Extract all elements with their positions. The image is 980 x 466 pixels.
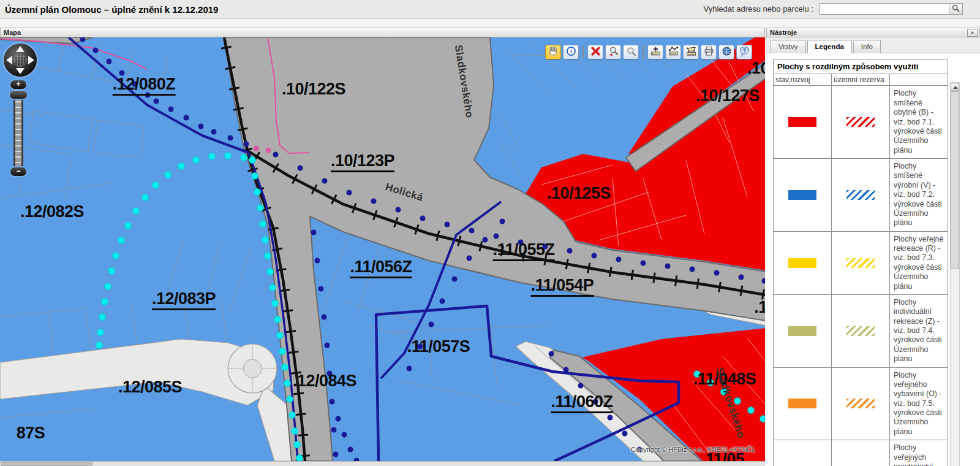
legend-swatch-solid — [788, 326, 816, 336]
page-title: Územní plán Olomouc – úplné znění k 12.1… — [5, 4, 218, 15]
legend-row: Plochy smíšené obytné (B) - viz. bod 7.1… — [774, 86, 948, 159]
measure-line-button[interactable] — [665, 45, 681, 59]
map-panel-header: Mapa — [0, 28, 765, 37]
search-input[interactable] — [820, 3, 949, 15]
legend-row-label: Plochy veřejné rekreace (R) - viz. bod 7… — [890, 231, 948, 294]
legend-row-label: Plochy veřejného vybavení (O) - viz. bod… — [890, 367, 948, 440]
legend-swatch-solid — [788, 399, 816, 408]
search-button[interactable] — [949, 3, 963, 15]
legend-row: Plochy veřejné rekreace (R) - viz. bod 7… — [774, 231, 948, 294]
pan-north-arrow[interactable] — [16, 46, 24, 52]
info-button[interactable]: i — [563, 45, 579, 59]
tools-panel-title: Nástroje — [770, 29, 797, 36]
magnifier-icon — [952, 4, 960, 15]
help-icon: ? — [739, 46, 750, 59]
legend-swatch-hatched — [846, 258, 875, 268]
tools-panel: Nástroje » VrstvyLegendaInfo Plochy s ro… — [766, 28, 980, 466]
pan-west-arrow[interactable] — [6, 56, 12, 64]
legend-scrollbar-thumb[interactable] — [951, 91, 959, 269]
toolbar-separator — [582, 45, 584, 59]
legend-swatch-solid — [788, 258, 816, 268]
zoom-out-button[interactable]: − — [10, 167, 26, 176]
toolbar-separator — [643, 45, 644, 59]
svg-text:i: i — [570, 48, 572, 55]
measure-area-button[interactable] — [683, 45, 699, 59]
pan-zoom-control: + − — [4, 44, 40, 176]
map-horizontal-scrollbar[interactable] — [0, 461, 765, 466]
zoom-in-button[interactable]: + — [10, 80, 26, 89]
clear-button[interactable] — [587, 45, 603, 59]
map-toolbar: i? — [545, 45, 752, 59]
legend-title: Plochy s rozdílným způsobem využití — [774, 59, 948, 74]
magnifier-forward-icon — [626, 46, 636, 59]
legend-row: Plochy veřejných prostranství (P) - viz.… — [774, 440, 948, 466]
red-x-icon — [590, 46, 601, 59]
map-hscroll-thumb[interactable] — [1, 462, 92, 466]
legend-table: Plochy s rozdílným způsobem využití stav… — [773, 59, 948, 466]
hand-icon — [548, 46, 559, 59]
legend-scrollbar[interactable] — [950, 82, 960, 466]
legend-row: Plochy veřejného vybavení (O) - viz. bod… — [774, 367, 948, 440]
pan-compass — [4, 44, 37, 77]
measure-line-icon — [668, 46, 679, 59]
tools-panel-header: Nástroje » — [766, 28, 980, 37]
search-label: Vyhledat adresu nebo parcelu : — [704, 4, 813, 13]
legend-row: Plochy smíšené výrobní (V) - viz. bod 7.… — [774, 159, 948, 232]
app-window: Územní plán Olomouc – úplné znění k 12.1… — [0, 0, 980, 466]
scroll-up-arrow-icon[interactable] — [951, 83, 959, 91]
pan-east-arrow[interactable] — [28, 56, 34, 64]
overview-button[interactable] — [718, 45, 734, 59]
legend-swatch-solid — [788, 190, 816, 200]
legend-swatch-hatched — [846, 190, 875, 200]
title-bar: Územní plán Olomouc – úplné znění k 12.1… — [0, 0, 980, 19]
tools-tabs: VrstvyLegendaInfo — [766, 37, 980, 53]
legend-swatch-hatched — [846, 326, 875, 336]
search-area: Vyhledat adresu nebo parcelu : — [704, 3, 963, 15]
map-canvas[interactable]: .12/080Z.10/122S.10/123P.12/082S.12/083P… — [0, 37, 765, 461]
legend-row-label: Plochy individuální rekreace (Z) - viz. … — [890, 294, 948, 367]
legend-row-label: Plochy smíšené obytné (B) - viz. bod 7.1… — [890, 86, 948, 159]
globe-icon — [722, 46, 732, 59]
zoom-slider: + − — [10, 80, 29, 176]
legend-swatch-solid — [788, 117, 816, 127]
zoom-slider-track[interactable] — [13, 100, 23, 166]
legend-content: Plochy s rozdílným způsobem využití stav… — [766, 53, 980, 466]
collapse-panel-button[interactable]: » — [967, 29, 978, 37]
legend-row-label: Plochy smíšené výrobní (V) - viz. bod 7.… — [890, 159, 948, 232]
zoom-previous-button[interactable] — [605, 45, 621, 59]
measure-point-button[interactable] — [647, 45, 663, 59]
map-panel: Mapa — [0, 28, 765, 466]
pan-center-globe-icon[interactable] — [13, 53, 27, 67]
tab-info[interactable]: Info — [853, 40, 881, 53]
pan-button[interactable] — [545, 45, 561, 59]
map-drawing — [0, 37, 765, 461]
measure-area-icon — [686, 46, 696, 59]
tab-legenda[interactable]: Legenda — [807, 40, 852, 54]
legend-row-label: Plochy veřejných prostranství (P) - viz.… — [890, 440, 948, 466]
print-button[interactable] — [701, 45, 717, 59]
info-icon: i — [566, 46, 576, 59]
pan-south-arrow[interactable] — [16, 68, 24, 74]
zoom-next-button[interactable] — [623, 45, 639, 59]
copyright-text: Copyright © HFBiz s.r.o., KNESL+KYNČL — [631, 446, 755, 453]
magnifier-back-icon — [608, 46, 619, 59]
legend-row: Plochy individuální rekreace (Z) - viz. … — [774, 294, 948, 367]
legend-swatch-hatched — [846, 117, 875, 127]
legend-swatch-hatched — [846, 399, 875, 408]
printer-icon — [704, 46, 714, 59]
help-button[interactable]: ? — [736, 45, 752, 59]
svg-text:?: ? — [742, 47, 746, 53]
tab-vrstvy[interactable]: Vrstvy — [771, 40, 806, 53]
legend-col-desc — [890, 74, 948, 86]
legend-col-rezerva: územní rezerva — [832, 74, 890, 86]
measure-point-icon — [650, 46, 661, 59]
legend-col-stav: stav,rozvoj — [774, 74, 832, 86]
zoom-slider-handle[interactable] — [10, 91, 27, 99]
